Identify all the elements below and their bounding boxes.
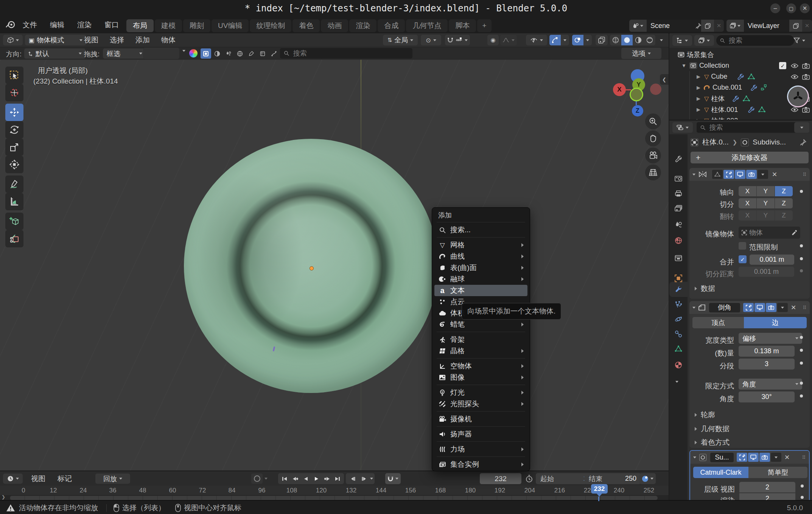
- levels-render-field[interactable]: 2: [739, 493, 795, 500]
- tool-search-field[interactable]: [280, 48, 412, 59]
- modifier-extras-caret[interactable]: [761, 174, 764, 175]
- properties-options-caret[interactable]: [794, 122, 809, 133]
- add-menu-item-lattice[interactable]: 晶格: [434, 345, 527, 357]
- falloff-curve-icon[interactable]: [502, 38, 509, 42]
- modifier-extras-caret[interactable]: [781, 307, 784, 309]
- proportional-editing-icon[interactable]: ◉: [490, 37, 495, 43]
- bevel-geometry-subpanel[interactable]: 几何数据: [695, 424, 730, 434]
- camera-view-button[interactable]: [645, 148, 661, 163]
- scene-selector[interactable]: Scene ✕: [629, 20, 724, 32]
- tab-collection[interactable]: [675, 255, 682, 261]
- play-reverse-button[interactable]: [301, 474, 311, 483]
- animate-dot[interactable]: [801, 484, 804, 488]
- angle-field[interactable]: 30°: [739, 391, 795, 402]
- workspace-tab-rendering[interactable]: 渲染: [349, 19, 376, 32]
- modifier-drag-handle[interactable]: ⠿: [803, 305, 807, 311]
- shading-sphere-button[interactable]: [212, 48, 222, 59]
- pin-icon[interactable]: [695, 23, 701, 29]
- timeline-scrollbar[interactable]: [10, 496, 658, 500]
- tab-tool[interactable]: [675, 155, 682, 163]
- add-menu-item-collection-instance[interactable]: 集合实例: [434, 459, 527, 470]
- tool-transform[interactable]: [5, 156, 23, 173]
- tab-world[interactable]: [675, 237, 682, 244]
- modifier-wrench-icon[interactable]: [748, 106, 754, 113]
- tool-scale[interactable]: [5, 138, 23, 156]
- workspace-tab-sculpting[interactable]: 雕刻: [183, 19, 210, 32]
- frame-start-field[interactable]: 起始 1: [536, 473, 592, 484]
- gizmo-center[interactable]: [630, 88, 643, 101]
- realtime-toggle-icon[interactable]: [757, 305, 763, 310]
- gizmo-axis-x[interactable]: X: [613, 83, 626, 96]
- bisect-x[interactable]: X: [739, 198, 756, 208]
- menu-file[interactable]: 文件: [23, 20, 37, 30]
- blender-logo-icon[interactable]: [5, 20, 16, 29]
- menu-edit[interactable]: 编辑: [50, 20, 64, 30]
- animate-dot[interactable]: [801, 496, 804, 499]
- modifier-extras-caret[interactable]: [775, 457, 778, 458]
- mirror-object-field[interactable]: 物体: [739, 227, 800, 239]
- tool-measure[interactable]: [5, 193, 23, 210]
- eye-icon[interactable]: [791, 74, 798, 79]
- zoom-button[interactable]: [645, 113, 661, 129]
- tab-view-layer[interactable]: [675, 205, 682, 212]
- keying-set-button[interactable]: [639, 473, 656, 484]
- frame-forward-button[interactable]: [359, 474, 369, 483]
- modifier-drag-handle[interactable]: ⠿: [802, 455, 806, 460]
- modifier-close-icon[interactable]: ✕: [772, 171, 777, 179]
- mesh-data-icon[interactable]: [743, 95, 750, 102]
- tab-object-data[interactable]: [675, 345, 682, 352]
- render-toggle-icon[interactable]: [748, 172, 754, 177]
- flip-y[interactable]: Y: [757, 210, 775, 221]
- workspace-tab-shading[interactable]: 着色: [292, 19, 320, 32]
- editmode-toggle-icon[interactable]: [726, 172, 732, 177]
- add-menu-search[interactable]: 搜索...: [434, 224, 527, 236]
- magnet-icon[interactable]: [447, 37, 453, 43]
- workspace-tab-uv[interactable]: UV编辑: [212, 19, 249, 32]
- menu-window[interactable]: 窗口: [104, 20, 119, 30]
- tab-particles[interactable]: [675, 301, 682, 308]
- animate-dot[interactable]: [800, 382, 803, 385]
- shading-rendered-button[interactable]: [644, 35, 655, 45]
- camera-restrict-icon[interactable]: [802, 74, 810, 80]
- xray-toggle[interactable]: [596, 35, 608, 45]
- outliner-row-cylinder002[interactable]: ▶ ▽ 柱体.002: [669, 115, 812, 120]
- clipping-checkbox[interactable]: [739, 242, 746, 250]
- shading-material-button[interactable]: [633, 35, 644, 45]
- frame-back-button[interactable]: [347, 474, 358, 483]
- add-menu-item-armature[interactable]: 骨架: [434, 334, 527, 345]
- frame-end-field[interactable]: 结束 250: [584, 473, 641, 484]
- properties-search-input[interactable]: [708, 123, 793, 132]
- shading-dropdown[interactable]: [658, 35, 665, 45]
- bevel-modifier-header[interactable]: 倒角 ✕ ⠿: [689, 301, 810, 314]
- animate-dot[interactable]: [800, 257, 803, 260]
- object-origin-dot[interactable]: [310, 266, 314, 270]
- modifier-wrench-icon[interactable]: [750, 84, 757, 91]
- add-menu-item-lightprobe[interactable]: 光照探头: [434, 398, 527, 410]
- bisect-distance-field[interactable]: 0.001 m: [739, 267, 794, 277]
- outliner-filter-button[interactable]: [790, 35, 809, 46]
- add-menu-item-text[interactable]: a 文本: [434, 285, 527, 296]
- viewport-menu-select[interactable]: 选择: [110, 35, 124, 45]
- collapse-caret-icon[interactable]: [693, 457, 696, 458]
- add-menu-item-mesh[interactable]: ▽ 网格: [434, 239, 527, 251]
- bisect-z[interactable]: Z: [775, 198, 793, 208]
- outliner-search-input[interactable]: [728, 36, 790, 45]
- scene-new-button[interactable]: [701, 20, 714, 32]
- add-menu-item-surface[interactable]: 表(曲)面: [434, 262, 527, 273]
- mirror-axis-x[interactable]: X: [739, 186, 756, 196]
- collapse-caret-icon[interactable]: [692, 174, 695, 175]
- animate-dot[interactable]: [800, 244, 803, 247]
- next-keyframe-button[interactable]: [322, 474, 332, 483]
- camera-restrict-icon[interactable]: [802, 107, 810, 113]
- gizmo-axis-z[interactable]: Z: [632, 105, 643, 116]
- pan-button[interactable]: [645, 130, 661, 146]
- animate-dot[interactable]: [800, 269, 803, 272]
- viewport-menu-add[interactable]: 添加: [135, 35, 150, 45]
- viewlayer-icon[interactable]: [726, 20, 744, 32]
- geometry-nodes-icon[interactable]: [761, 84, 767, 91]
- tool-preview-slot[interactable]: [143, 48, 179, 59]
- proportional-editing-controls[interactable]: ◉: [487, 35, 517, 45]
- auto-keying-toggle[interactable]: [251, 474, 268, 484]
- timeline-menu-marker[interactable]: 标记: [58, 474, 72, 484]
- expand-caret-icon[interactable]: ▶: [697, 85, 700, 90]
